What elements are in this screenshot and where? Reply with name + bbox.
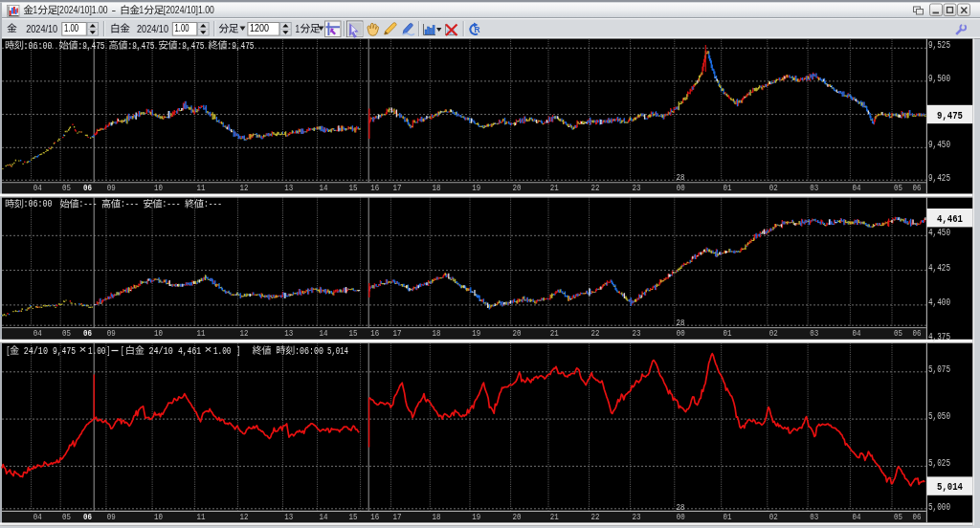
svg-text:1: 1 <box>295 23 300 34</box>
svg-text:18: 18 <box>432 183 440 193</box>
svg-text:22: 22 <box>591 512 600 522</box>
svg-text:1.00: 1.00 <box>175 22 189 33</box>
svg-text:04: 04 <box>33 512 42 522</box>
svg-text:24/10: 24/10 <box>24 346 48 357</box>
svg-text:06: 06 <box>83 512 92 522</box>
svg-text:04: 04 <box>852 328 860 339</box>
svg-text:16: 16 <box>370 328 379 339</box>
svg-text:17: 17 <box>393 328 402 339</box>
svg-text:4,375: 4,375 <box>928 332 950 342</box>
svg-text:12: 12 <box>240 183 249 193</box>
svg-text:4,450: 4,450 <box>928 228 950 238</box>
svg-text:20: 20 <box>513 328 522 339</box>
svg-text::06:00: :06:00 <box>24 199 53 209</box>
svg-text:5,050: 5,050 <box>928 411 950 422</box>
svg-text:13: 13 <box>284 183 293 193</box>
svg-text:00: 00 <box>677 328 685 339</box>
svg-text::9,475: :9,475 <box>178 41 205 52</box>
svg-text:×: × <box>79 343 87 356</box>
svg-text:06: 06 <box>913 328 922 339</box>
svg-text:19: 19 <box>472 183 480 193</box>
svg-text:04: 04 <box>33 328 42 339</box>
svg-text:05: 05 <box>894 183 902 193</box>
svg-text:01: 01 <box>724 512 732 522</box>
svg-text:1: 1 <box>140 4 145 15</box>
svg-text::9,475: :9,475 <box>228 41 255 52</box>
svg-text:09: 09 <box>107 183 116 193</box>
svg-text:×: × <box>205 343 212 356</box>
svg-text:03: 03 <box>810 512 818 522</box>
svg-text:9,500: 9,500 <box>928 74 950 84</box>
svg-text::---: :--- <box>204 199 222 209</box>
svg-text:15: 15 <box>348 512 357 522</box>
svg-text:22: 22 <box>591 183 600 193</box>
svg-text:9,475: 9,475 <box>53 346 76 357</box>
svg-text:16: 16 <box>370 512 379 522</box>
svg-text:14: 14 <box>320 512 328 522</box>
svg-text:17: 17 <box>393 512 402 522</box>
svg-text::---: :--- <box>163 199 181 209</box>
svg-text:02: 02 <box>769 512 778 522</box>
svg-text:05: 05 <box>62 512 71 522</box>
svg-text:2024/10: 2024/10 <box>26 23 57 34</box>
svg-text::---: :--- <box>79 199 98 209</box>
svg-text:16: 16 <box>370 183 379 193</box>
svg-text:[2024/10]1.00: [2024/10]1.00 <box>164 4 214 15</box>
svg-text:24/10: 24/10 <box>149 346 173 357</box>
svg-text:09: 09 <box>107 512 116 522</box>
svg-text:1.00: 1.00 <box>213 346 232 357</box>
svg-text:06: 06 <box>83 328 92 339</box>
svg-text:14: 14 <box>320 183 328 193</box>
svg-text:1.00: 1.00 <box>64 22 78 33</box>
svg-text:12: 12 <box>240 328 249 339</box>
svg-text:-: - <box>108 4 121 15</box>
svg-text:1.00: 1.00 <box>88 346 106 357</box>
svg-text:13: 13 <box>284 328 293 339</box>
svg-text:21: 21 <box>550 328 559 339</box>
svg-text:]: ] <box>237 346 241 357</box>
svg-text:5,025: 5,025 <box>928 458 950 469</box>
svg-text:04: 04 <box>852 512 860 522</box>
svg-text:5,014: 5,014 <box>937 481 963 493</box>
svg-text:06: 06 <box>83 183 92 193</box>
svg-text:18: 18 <box>432 328 440 339</box>
svg-text:]: ] <box>107 346 111 357</box>
svg-text:11: 11 <box>197 512 206 522</box>
svg-text:10: 10 <box>154 512 163 522</box>
svg-text:15: 15 <box>348 183 357 193</box>
svg-text:2024/10: 2024/10 <box>137 23 168 34</box>
svg-text:4,425: 4,425 <box>928 263 950 274</box>
svg-text:04: 04 <box>33 183 42 193</box>
svg-text:05: 05 <box>62 328 71 339</box>
svg-text:10: 10 <box>154 328 163 339</box>
svg-text:05: 05 <box>62 183 71 193</box>
svg-text:11: 11 <box>197 328 206 339</box>
svg-text:4,461: 4,461 <box>178 346 201 357</box>
svg-text:20: 20 <box>513 183 522 193</box>
svg-text:[: [ <box>121 346 124 357</box>
svg-text:9,525: 9,525 <box>928 40 950 51</box>
svg-text:01: 01 <box>724 328 732 339</box>
svg-text:23: 23 <box>633 512 641 522</box>
svg-text::9,475: :9,475 <box>78 41 105 52</box>
svg-text:1200: 1200 <box>250 22 269 33</box>
svg-text:9,475: 9,475 <box>937 110 963 121</box>
svg-text:03: 03 <box>810 183 818 193</box>
svg-text:9,425: 9,425 <box>928 173 950 184</box>
svg-text:02: 02 <box>769 328 778 339</box>
svg-text:03: 03 <box>810 328 818 339</box>
svg-text:13: 13 <box>284 512 293 522</box>
svg-text:28: 28 <box>677 172 685 183</box>
svg-text:14: 14 <box>320 328 328 339</box>
svg-text:02: 02 <box>769 183 778 193</box>
svg-text:05: 05 <box>894 512 902 522</box>
svg-text::06:00: :06:00 <box>24 41 53 52</box>
svg-text:15: 15 <box>348 328 357 339</box>
svg-text:20: 20 <box>513 512 522 522</box>
svg-text:22: 22 <box>591 328 600 339</box>
svg-text:28: 28 <box>677 318 685 328</box>
svg-text::06:00: :06:00 <box>295 346 323 357</box>
svg-text:11: 11 <box>197 183 206 193</box>
svg-text:09: 09 <box>107 328 116 339</box>
svg-text:1: 1 <box>33 4 38 15</box>
